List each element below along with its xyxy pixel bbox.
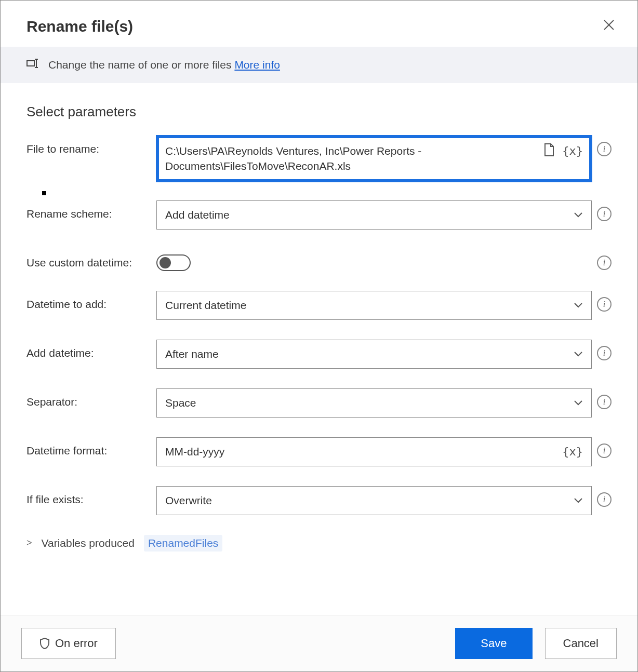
select-add-datetime-value: After name xyxy=(165,346,574,361)
select-separator-value: Space xyxy=(165,395,574,410)
select-add-datetime[interactable]: After name xyxy=(156,340,592,369)
select-rename-scheme-value: Add datetime xyxy=(165,207,574,222)
info-icon[interactable]: i xyxy=(597,256,612,270)
more-info-link[interactable]: More info xyxy=(234,59,280,71)
chevron-down-icon xyxy=(574,209,583,220)
dialog-footer: On error Save Cancel xyxy=(1,615,637,671)
rename-files-dialog: Rename file(s) Change the name of one or… xyxy=(0,0,638,672)
row-datetime-format: Datetime format: MM-dd-yyyy {x} i xyxy=(26,437,612,466)
row-use-custom-datetime: Use custom datetime: i xyxy=(26,249,612,271)
label-if-file-exists: If file exists: xyxy=(26,486,156,506)
select-datetime-to-add-value: Current datetime xyxy=(165,298,574,313)
select-if-file-exists[interactable]: Overwrite xyxy=(156,486,592,515)
info-icon[interactable]: i xyxy=(597,492,612,507)
chevron-down-icon xyxy=(574,495,583,506)
chevron-down-icon xyxy=(574,397,583,408)
label-datetime-format: Datetime format: xyxy=(26,437,156,457)
label-file-to-rename: File to rename: xyxy=(26,136,156,155)
info-icon[interactable]: i xyxy=(597,297,612,312)
row-add-datetime: Add datetime: After name i xyxy=(26,340,612,369)
section-title: Select parameters xyxy=(26,104,612,120)
label-separator: Separator: xyxy=(26,388,156,408)
label-add-datetime: Add datetime: xyxy=(26,340,156,359)
chevron-down-icon xyxy=(574,300,583,311)
select-separator[interactable]: Space xyxy=(156,388,592,418)
chevron-right-icon: > xyxy=(26,537,32,548)
row-datetime-to-add: Datetime to add: Current datetime i xyxy=(26,291,612,320)
variables-produced-label: Variables produced xyxy=(42,537,135,549)
stray-dot xyxy=(42,191,46,195)
on-error-label: On error xyxy=(55,637,98,650)
info-icon[interactable]: i xyxy=(597,142,612,156)
info-banner: Change the name of one or more files Mor… xyxy=(1,47,637,83)
label-rename-scheme: Rename scheme: xyxy=(26,200,156,220)
toggle-use-custom-datetime[interactable] xyxy=(156,254,191,271)
row-file-to-rename: File to rename: C:\Users\PA\Reynolds Ven… xyxy=(26,136,612,182)
file-picker-icon[interactable] xyxy=(543,143,555,159)
input-file-to-rename-value: C:\Users\PA\Reynolds Ventures, Inc\Power… xyxy=(165,143,538,174)
banner-description: Change the name of one or more files xyxy=(48,59,234,71)
shield-icon xyxy=(39,638,50,649)
variables-produced-row[interactable]: > Variables produced RenamedFiles xyxy=(26,535,612,552)
input-file-to-rename[interactable]: C:\Users\PA\Reynolds Ventures, Inc\Power… xyxy=(156,136,592,182)
variable-picker-icon[interactable]: {x} xyxy=(562,145,583,157)
banner-text: Change the name of one or more files Mor… xyxy=(48,59,280,71)
row-separator: Separator: Space i xyxy=(26,388,612,418)
input-datetime-format-value: MM-dd-yyyy xyxy=(165,444,562,459)
cancel-button[interactable]: Cancel xyxy=(545,628,617,659)
info-icon[interactable]: i xyxy=(597,207,612,221)
dialog-title: Rename file(s) xyxy=(26,18,133,35)
svg-rect-2 xyxy=(27,61,34,66)
row-if-file-exists: If file exists: Overwrite i xyxy=(26,486,612,515)
select-datetime-to-add[interactable]: Current datetime xyxy=(156,291,592,320)
variable-chip-renamedfiles[interactable]: RenamedFiles xyxy=(144,535,222,552)
info-icon[interactable]: i xyxy=(597,346,612,360)
dialog-body: Select parameters File to rename: C:\Use… xyxy=(1,83,637,615)
select-if-file-exists-value: Overwrite xyxy=(165,493,574,508)
on-error-button[interactable]: On error xyxy=(21,628,116,659)
row-rename-scheme: Rename scheme: Add datetime i xyxy=(26,200,612,230)
input-datetime-format[interactable]: MM-dd-yyyy {x} xyxy=(156,437,592,466)
save-button[interactable]: Save xyxy=(455,628,532,659)
select-rename-scheme[interactable]: Add datetime xyxy=(156,200,592,230)
label-datetime-to-add: Datetime to add: xyxy=(26,291,156,311)
rename-icon xyxy=(26,58,40,72)
close-icon[interactable] xyxy=(601,16,617,36)
label-use-custom-datetime: Use custom datetime: xyxy=(26,249,156,269)
info-icon[interactable]: i xyxy=(597,395,612,409)
dialog-header: Rename file(s) xyxy=(1,1,637,47)
variable-picker-icon[interactable]: {x} xyxy=(562,446,583,458)
info-icon[interactable]: i xyxy=(597,443,612,458)
toggle-knob xyxy=(160,257,171,268)
chevron-down-icon xyxy=(574,348,583,359)
